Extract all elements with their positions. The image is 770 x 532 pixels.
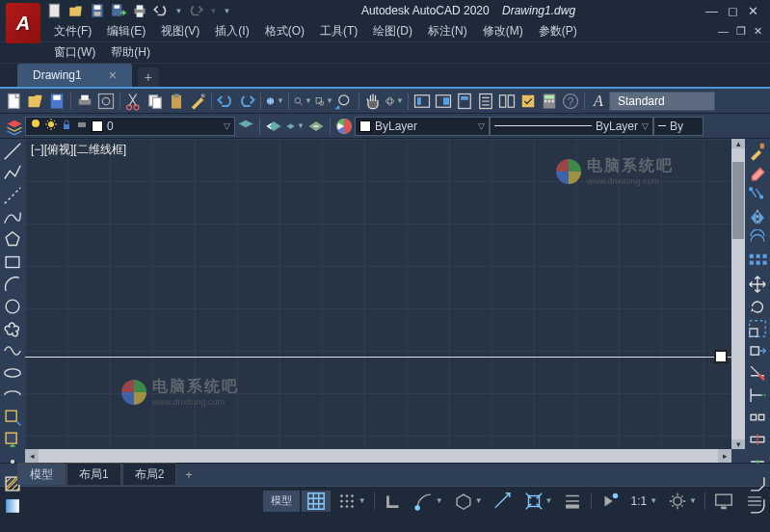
snap-icon[interactable]: ▼ (332, 491, 370, 512)
polygon-icon[interactable] (2, 229, 23, 251)
ortho-icon[interactable] (379, 491, 408, 512)
tool-palettes-icon[interactable] (455, 92, 474, 111)
rectangle-icon[interactable] (2, 252, 23, 273)
xline-icon[interactable] (2, 185, 23, 206)
scroll-down-icon[interactable]: ▾ (731, 439, 745, 449)
pan-icon[interactable] (363, 92, 383, 111)
doc-minimize-icon[interactable]: — (718, 25, 729, 38)
zoom-window-icon[interactable]: ▼ (314, 92, 333, 111)
model-paper-toggle[interactable]: 模型 (263, 491, 300, 512)
text-style-dropdown[interactable]: Standard (609, 92, 715, 111)
lineweight-combo[interactable]: By (653, 117, 704, 136)
linetype-combo[interactable]: ByLayer ▽ (490, 117, 653, 136)
move-icon[interactable] (747, 274, 768, 295)
viewport-label[interactable]: [−][俯视][二维线框] (31, 142, 126, 158)
close-icon[interactable]: ✕ (748, 4, 758, 18)
design-center-icon[interactable] (497, 92, 517, 111)
zoom-icon[interactable]: ▼ (293, 92, 312, 111)
zoom-prev-icon[interactable] (335, 92, 355, 111)
scroll-right-icon[interactable]: ▸ (718, 449, 731, 463)
copy-obj-icon[interactable] (747, 185, 768, 206)
lwt-icon[interactable] (558, 491, 587, 512)
layer-iso-icon[interactable] (236, 117, 255, 136)
redo-icon[interactable] (187, 2, 204, 19)
layer-props-icon[interactable] (5, 117, 24, 136)
new-doc-icon[interactable] (5, 92, 24, 111)
join-icon[interactable] (747, 451, 768, 472)
break-icon[interactable] (747, 407, 768, 428)
mirror-icon[interactable] (747, 207, 768, 228)
scroll-up-icon[interactable]: ▴ (731, 139, 745, 148)
horizontal-scrollbar[interactable]: ◂ ▸ (25, 449, 745, 463)
break2-icon[interactable] (747, 429, 768, 450)
save-file-icon[interactable] (47, 92, 66, 111)
rotate-icon[interactable] (747, 296, 768, 317)
revcloud-icon[interactable] (2, 318, 23, 339)
menu-窗口[interactable]: 窗口(W) (46, 42, 103, 62)
array-icon[interactable] (747, 252, 768, 273)
polar-icon[interactable]: ▼ (410, 491, 447, 512)
laymch-icon[interactable] (306, 117, 326, 136)
workspace-icon[interactable]: ▼ (265, 92, 284, 111)
menu-编辑[interactable]: 编辑(E) (99, 21, 153, 40)
saveas-icon[interactable] (110, 2, 127, 19)
open-file-icon[interactable] (26, 92, 45, 111)
menu-标注[interactable]: 标注(N) (420, 21, 475, 40)
copy-icon[interactable] (146, 92, 165, 111)
make-block-icon[interactable] (2, 429, 23, 450)
autocad-logo[interactable]: A (6, 3, 40, 43)
circle-icon[interactable] (2, 296, 23, 317)
menu-文件[interactable]: 文件(F) (46, 21, 99, 40)
arc-icon[interactable] (2, 274, 23, 295)
layout-tab[interactable]: 模型 (17, 463, 66, 485)
redo-dropdown-icon[interactable]: ▼ (208, 2, 218, 19)
menu-参数[interactable]: 参数(P) (531, 21, 585, 40)
gradient-icon[interactable] (2, 495, 23, 517)
customize-icon[interactable] (740, 491, 769, 512)
polyline-icon[interactable] (2, 163, 23, 184)
properties-icon[interactable] (476, 92, 495, 111)
menu-工具[interactable]: 工具(T) (312, 21, 365, 40)
isodraft-icon[interactable]: ▼ (449, 491, 487, 512)
menu-插入[interactable]: 插入(I) (207, 21, 256, 40)
undo-dropdown-icon[interactable]: ▼ (173, 2, 183, 19)
minimize-icon[interactable]: — (705, 4, 718, 18)
gear-icon[interactable]: ▼ (663, 491, 701, 512)
new-icon[interactable] (46, 2, 64, 19)
layprev-icon[interactable] (264, 117, 283, 136)
osnap-icon[interactable]: ▼ (519, 491, 557, 512)
erase-icon[interactable] (747, 163, 768, 184)
ellipse-icon[interactable] (2, 362, 23, 384)
text-style-icon[interactable]: A (589, 92, 608, 111)
qat-dropdown-icon[interactable]: ▼ (222, 2, 231, 19)
quickcalc-icon[interactable] (540, 92, 559, 111)
save-icon[interactable] (89, 2, 106, 19)
doc-close-icon[interactable]: ✕ (754, 25, 762, 38)
print-icon[interactable] (131, 2, 148, 19)
layer-combo[interactable]: 0 ▽ (25, 117, 235, 136)
layers-panel-icon[interactable] (434, 92, 453, 111)
markup-icon[interactable] (518, 92, 538, 111)
line-icon[interactable] (2, 141, 23, 162)
trim-icon[interactable] (747, 362, 768, 384)
paintbrush-icon[interactable] (747, 141, 768, 162)
maximize-icon[interactable]: ◻ (728, 4, 738, 18)
layout-tab[interactable]: 布局1 (66, 463, 121, 485)
sheet-set-icon[interactable] (412, 92, 432, 111)
stretch-icon[interactable] (747, 340, 768, 361)
spline2-icon[interactable] (2, 340, 23, 361)
new-tab-button[interactable]: + (138, 67, 159, 87)
scale-icon[interactable] (747, 318, 768, 339)
grid-icon[interactable] (302, 491, 331, 512)
menu-视图[interactable]: 视图(V) (153, 21, 207, 40)
offset-icon[interactable] (747, 229, 768, 251)
menu-修改[interactable]: 修改(M) (475, 21, 531, 40)
spline-icon[interactable] (2, 207, 23, 228)
paste-icon[interactable] (167, 92, 186, 111)
undo-icon[interactable] (152, 2, 170, 19)
tab-close-icon[interactable]: × (109, 67, 117, 83)
layout-tab[interactable]: 布局2 (122, 463, 177, 485)
canvas[interactable]: [−][俯视][二维线框] 电脑系统吧 www.dnxitong.com (25, 139, 731, 449)
color-bylayer-combo[interactable]: ByLayer ▽ (355, 117, 490, 136)
menu-帮助[interactable]: 帮助(H) (103, 42, 158, 62)
